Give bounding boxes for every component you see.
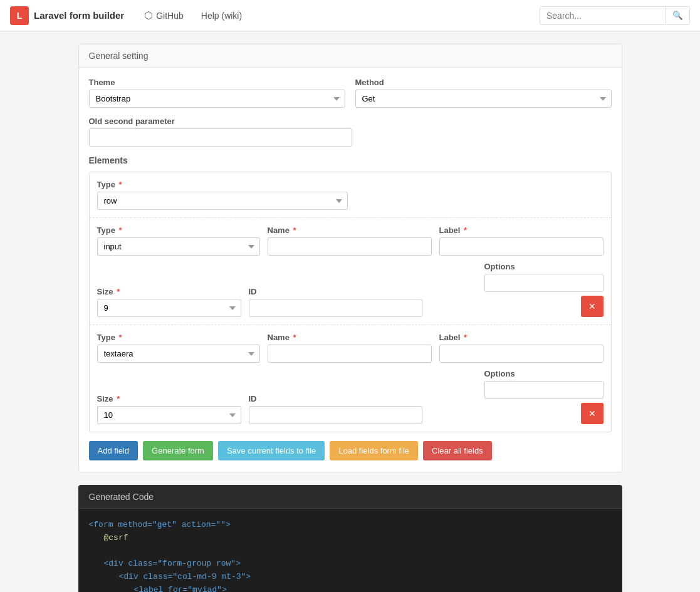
field-1-id-group: ID myiad [249, 287, 422, 317]
field-1-options-group: Options text ✕ [430, 262, 603, 317]
delete-icon: ✕ [588, 301, 596, 311]
elements-title: Elements [89, 155, 612, 165]
github-icon: ⬡ [144, 9, 153, 21]
search-input[interactable] [540, 7, 666, 24]
elements-container: Type * row [89, 172, 612, 432]
field-row-2-top: Type * textaera Name * txt [97, 333, 603, 363]
generate-form-button[interactable]: Generate form [143, 441, 213, 460]
field-1-type-group: Type * input [97, 226, 260, 256]
old-param-group: Old second parameter $xitem->#name??null [89, 117, 352, 147]
field-1-name-group: Name * nameee [268, 226, 432, 256]
field-2-id-input[interactable]: fnammme [249, 406, 422, 424]
code-line-3: <div class="form-group row"> [104, 558, 612, 571]
field-row-1: Type * input Name * nameee [90, 218, 611, 325]
field-1-type-label: Type * [97, 226, 260, 235]
field-2-name-input[interactable]: txt [268, 345, 432, 363]
field-2-options-label: Options [484, 369, 603, 378]
help-link[interactable]: Help (wiki) [194, 6, 249, 25]
code-line-5: <label for="myiad"> [134, 584, 612, 592]
brand-logo-link[interactable]: L Laravel form builder [10, 6, 124, 25]
load-fields-button[interactable]: Load fields form file [330, 441, 418, 460]
code-line-1: <form method="get" action=""> [89, 519, 612, 532]
navbar: L Laravel form builder ⬡ GitHub Help (wi… [0, 0, 700, 31]
row-type-required: * [117, 180, 122, 189]
method-label: Method [355, 78, 612, 87]
general-setting-title: General setting [89, 51, 149, 61]
field-2-delete-button[interactable]: ✕ [581, 403, 603, 424]
field-1-delete-button[interactable]: ✕ [581, 296, 603, 317]
row-type-group: Type * row [97, 180, 348, 210]
field-2-name-label: Name * [268, 333, 432, 342]
theme-method-row: Theme Bootstrap Method Get [89, 78, 612, 108]
code-line-2: @csrf [104, 532, 612, 545]
field-2-options-input[interactable]: $records:$record:id:title|type [484, 381, 603, 399]
field-2-label-label: Label * [439, 333, 603, 342]
field-2-size-select[interactable]: 10 [97, 406, 241, 424]
field-1-label-label: Label * [439, 226, 603, 235]
field-1-label-group: Label * name of cat [439, 226, 603, 256]
field-1-id-input[interactable]: myiad [249, 299, 422, 317]
code-tag-5: <label for="myiad"> [134, 585, 227, 592]
field-2-id-label: ID [249, 394, 422, 403]
field-1-name-label: Name * [268, 226, 432, 235]
theme-select[interactable]: Bootstrap [89, 90, 345, 108]
field-2-type-select[interactable]: textaera [97, 345, 260, 363]
generated-code-header: Generated Code [79, 486, 622, 509]
method-select[interactable]: Get [355, 90, 612, 108]
old-param-label: Old second parameter [89, 117, 352, 126]
save-fields-button[interactable]: Save current fields to file [218, 441, 325, 460]
field-1-options-inner: Options text [484, 262, 603, 292]
help-label: Help (wiki) [201, 11, 242, 21]
field-1-options-input[interactable]: text [484, 274, 603, 292]
field-row-1-bottom: Size * 9 ID myiad [97, 262, 603, 317]
field-2-name-group: Name * txt [268, 333, 432, 363]
field-1-size-label: Size * [97, 287, 241, 296]
code-tag-3: <div class="form-group row"> [104, 559, 241, 568]
field-1-options-label: Options [484, 262, 603, 271]
field-2-label-group: Label * Mesage [439, 333, 603, 363]
old-param-input[interactable]: $xitem->#name??null [89, 128, 352, 147]
add-field-button[interactable]: Add field [89, 441, 138, 460]
search-box: 🔍 [540, 6, 690, 25]
field-row-2: Type * textaera Name * txt [90, 325, 611, 432]
brand-name: Laravel form builder [34, 10, 124, 21]
theme-label: Theme [89, 78, 345, 87]
field-1-size-group: Size * 9 [97, 287, 241, 317]
code-tag-4: <div class="col-md-9 mt-3"> [119, 572, 251, 581]
field-1-size-select[interactable]: 9 [97, 299, 241, 317]
code-blade: @csrf [104, 533, 128, 543]
field-2-type-group: Type * textaera [97, 333, 260, 363]
field-1-label-input[interactable]: name of cat [439, 237, 603, 256]
field-2-label-input[interactable]: Mesage [439, 345, 603, 363]
row-type-select[interactable]: row [97, 192, 348, 210]
general-setting-body: Theme Bootstrap Method Get Old second pa… [79, 68, 622, 472]
field-2-type-label: Type * [97, 333, 260, 342]
row-type-inner: Type * row [97, 180, 603, 210]
code-line-4: <div class="col-md-9 mt-3"> [119, 571, 612, 584]
github-link[interactable]: ⬡ GitHub [137, 6, 191, 25]
field-1-id-label: ID [249, 287, 422, 296]
old-param-row: Old second parameter $xitem->#name??null [89, 117, 612, 147]
field-1-type-select[interactable]: input [97, 237, 260, 256]
field-2-id-group: ID fnammme [249, 394, 422, 424]
field-2-options-inner: Options $records:$record:id:title|type [484, 369, 603, 399]
generated-code-card: Generated Code <form method="get" action… [78, 485, 622, 592]
method-group: Method Get [355, 78, 612, 108]
nav-links: ⬡ GitHub Help (wiki) [137, 6, 540, 25]
field-2-size-label: Size * [97, 394, 241, 403]
row-type-label: Type * [97, 180, 348, 189]
action-buttons: Add field Generate form Save current fie… [89, 432, 612, 462]
search-button[interactable]: 🔍 [666, 7, 689, 24]
code-line-blank [89, 545, 612, 558]
clear-all-button[interactable]: Clear all fields [423, 441, 492, 460]
elements-section: Elements Type * row [89, 155, 612, 462]
main-container: General setting Theme Bootstrap Method G… [68, 44, 632, 592]
generated-code-title: Generated Code [89, 492, 154, 502]
github-label: GitHub [156, 11, 184, 21]
brand-logo-icon: L [10, 6, 29, 25]
field-2-size-group: Size * 10 [97, 394, 241, 424]
general-setting-header: General setting [79, 44, 622, 68]
field-row-1-top: Type * input Name * nameee [97, 226, 603, 256]
delete-icon-2: ✕ [588, 408, 596, 418]
field-1-name-input[interactable]: nameee [268, 237, 432, 256]
